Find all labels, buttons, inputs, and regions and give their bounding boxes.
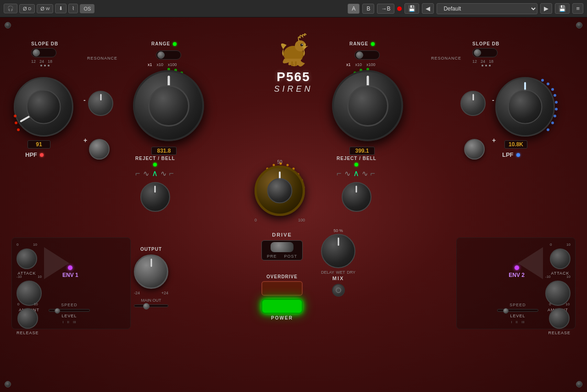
env2-release-knob[interactable] xyxy=(549,308,570,329)
plugin-name: P565 xyxy=(248,70,339,84)
main-out-thumb xyxy=(143,303,150,309)
svg-point-39 xyxy=(555,108,558,110)
center-knob[interactable] xyxy=(255,166,305,216)
ab-a-button[interactable]: A xyxy=(348,4,360,14)
right-slope-dot3 xyxy=(489,65,491,66)
right-resonance-knob-area xyxy=(460,91,486,116)
menu-button[interactable]: ≡ xyxy=(572,3,583,14)
output-knob[interactable] xyxy=(134,254,168,289)
svg-point-6 xyxy=(17,128,20,131)
save-icon-button[interactable]: 💾 xyxy=(404,3,419,14)
env1-release-min: 0 xyxy=(17,302,19,306)
nav-left-button[interactable]: ◀ xyxy=(422,3,434,14)
ab-arrow-button[interactable]: →B xyxy=(377,4,394,14)
mix-dry: DRY xyxy=(347,270,355,275)
right-mid-knob[interactable] xyxy=(332,70,403,141)
right-bell-knob[interactable] xyxy=(342,182,371,212)
d-button[interactable]: ØD xyxy=(19,4,35,13)
env1-level-marks: I II III xyxy=(62,320,76,324)
svg-rect-2 xyxy=(291,61,293,66)
right-range-toggle[interactable] xyxy=(354,50,380,60)
env2-attack-max: 10 xyxy=(566,243,570,247)
left-range-header: RANGE xyxy=(151,41,177,46)
steps-button[interactable]: ⌇ xyxy=(68,4,78,13)
env2-level-label: LEVEL xyxy=(510,314,525,318)
svg-rect-3 xyxy=(295,61,297,66)
headphones-button[interactable]: 🎧 xyxy=(4,4,17,13)
output-min: -24 xyxy=(134,291,140,295)
right-freq-knob-area xyxy=(495,77,555,137)
left-wave-btns: ⌐ ∿ ∧ ∿ ⌐ xyxy=(135,168,175,178)
left-wave-notch2[interactable]: ∿ xyxy=(161,169,166,178)
power-button[interactable] xyxy=(261,299,303,314)
svg-point-5 xyxy=(302,44,303,45)
output-label: OUTPUT xyxy=(134,247,168,252)
left-wave-bell[interactable]: ∧ xyxy=(152,168,158,178)
mix-delay: DELAY xyxy=(321,270,334,275)
env1-dot xyxy=(68,265,72,270)
svg-point-23 xyxy=(287,164,289,166)
left-bell-knob[interactable] xyxy=(140,182,170,212)
power-section: POWER xyxy=(261,299,303,320)
center-knob-inner xyxy=(267,178,293,204)
output-indicator xyxy=(150,259,152,267)
right-lpf-led xyxy=(516,153,520,157)
left-slope-toggle[interactable] xyxy=(31,48,56,57)
output-section: OUTPUT -24 +24 MAIN OUT xyxy=(134,247,168,307)
left-wave-notch1[interactable]: ∿ xyxy=(143,169,149,178)
env1-attack-knob[interactable] xyxy=(17,248,37,269)
mix-label: MIX xyxy=(321,276,355,281)
left-mid-inner xyxy=(148,85,189,127)
env2-attack-knob[interactable] xyxy=(550,248,570,269)
w-button[interactable]: ØW xyxy=(37,4,53,13)
left-bell-indicator xyxy=(155,186,156,193)
right-wave-highshelf[interactable]: ⌐ xyxy=(371,169,376,178)
left-resonance-knob[interactable] xyxy=(88,91,113,116)
right-wave-notch1[interactable]: ∿ xyxy=(344,169,350,178)
env1-level-slider[interactable] xyxy=(49,309,90,312)
right-resonance-knob[interactable] xyxy=(460,91,486,116)
left-wave-highshelf[interactable]: ⌐ xyxy=(169,169,174,178)
left-res-small-knob[interactable] xyxy=(89,139,110,160)
env1-mark-1: I xyxy=(62,320,63,324)
screw-tr xyxy=(576,22,582,28)
mix-knob[interactable] xyxy=(321,234,355,268)
env1-release-knob[interactable] xyxy=(17,308,38,329)
save-preset-button[interactable]: 💾 xyxy=(555,3,570,14)
svg-point-40 xyxy=(555,101,558,104)
left-bell-knob-area xyxy=(135,182,175,212)
env2-release-min: 0 xyxy=(549,302,551,306)
left-mid-knob[interactable] xyxy=(133,70,204,141)
ab-b-button[interactable]: B xyxy=(362,4,374,14)
right-wave-lowshelf[interactable]: ⌐ xyxy=(337,169,342,178)
svg-point-37 xyxy=(551,121,554,124)
top-bar: 🎧 ØD ØW ⬇ ⌇ OS A B →B 💾 ◀ Default ▶ 💾 ≡ xyxy=(0,0,587,17)
nav-right-button[interactable]: ▶ xyxy=(540,3,552,14)
env2-section: ENV 2 0 10 ATTACK -10 10 AMOUNT 0 10 xyxy=(456,237,576,329)
preset-dropdown[interactable]: Default xyxy=(437,3,537,14)
env2-level-slider[interactable] xyxy=(497,309,538,312)
os-button[interactable]: OS xyxy=(80,4,94,13)
plugin-subtitle: SIREN xyxy=(248,84,339,94)
overdrive-button[interactable] xyxy=(261,281,303,296)
right-wave-notch2[interactable]: ∿ xyxy=(362,169,368,178)
mix-percent: 50 % xyxy=(321,228,355,233)
main-out-slider[interactable] xyxy=(134,304,168,307)
env2-mark-3: III xyxy=(521,320,525,324)
env1-level-label: LEVEL xyxy=(61,314,77,318)
left-wave-lowshelf[interactable]: ⌐ xyxy=(135,169,140,178)
left-slope-dot3 xyxy=(48,65,50,66)
delay-icon[interactable] xyxy=(332,284,345,297)
left-range-toggle[interactable] xyxy=(156,50,181,60)
right-res-small-knob[interactable] xyxy=(464,139,485,160)
env1-speed-area: SPEED LEVEL I II III xyxy=(49,303,90,324)
right-bell-indicator xyxy=(356,186,357,193)
drive-toggle-pill[interactable] xyxy=(271,242,294,252)
env1-section: ENV 1 0 10 ATTACK -10 10 AMOUNT 0 10 xyxy=(11,237,131,329)
left-bell-led xyxy=(153,163,157,166)
midi-button[interactable]: ⬇ xyxy=(55,4,66,13)
right-plus-label: + xyxy=(492,137,496,144)
right-slope-toggle[interactable] xyxy=(472,48,498,57)
right-wave-bell[interactable]: ∧ xyxy=(353,168,359,178)
right-lpf-label-area: LPF xyxy=(502,151,520,158)
